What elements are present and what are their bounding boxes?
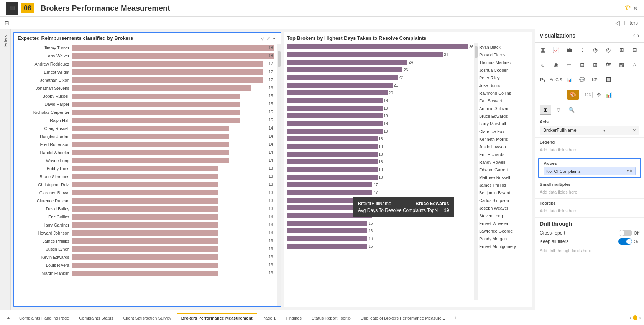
viz-panel-title: Visualizations (540, 33, 575, 39)
values-dropdown-icon[interactable]: ▾ (627, 169, 629, 174)
viz-icon-line[interactable]: 📈 (550, 45, 561, 55)
viz-sub-icons: ⊞ ▽ 🔍 (535, 102, 644, 117)
viz-icon-map[interactable]: 🗺 (603, 60, 614, 70)
viz-icon-custom[interactable]: 🔲 (603, 75, 614, 85)
viz-icon-kpi[interactable]: KPI (590, 75, 601, 85)
tab-brokers-performance[interactable]: Brokers Performance Measurement (177, 313, 257, 323)
viz-icon-pie[interactable]: ◔ (590, 45, 601, 55)
bar-row: Douglas Jordan 14 (16, 133, 274, 140)
filter-icon[interactable]: ▽ (261, 36, 264, 41)
viz-icon-donut[interactable]: ◎ (603, 45, 614, 55)
axis-dropdown-icon[interactable]: ▾ (603, 128, 605, 133)
cross-report-track[interactable] (619, 230, 632, 236)
viz-values-section: Values No. Of Complaints ▾ ✕ (538, 158, 641, 178)
viz-drill-icon[interactable]: 🔍 (566, 105, 577, 115)
tab-page1[interactable]: Page 1 (258, 313, 281, 323)
viz-icon-bar[interactable]: ▦ (537, 45, 548, 55)
tooltip-row-1: BrokerFullName Bruce Edwards (358, 201, 449, 206)
viz-panel-header: Visualizations ‹ › (535, 29, 644, 43)
viz-icon-multi[interactable]: ⊟ (577, 60, 588, 70)
viz-fields-icon[interactable]: ⊞ (540, 105, 551, 115)
hbar-row: 31 (287, 51, 478, 58)
hbar-row: 22 (287, 74, 478, 81)
tab-client-satisfaction[interactable]: Client Satisfaction Survey (118, 313, 176, 323)
keep-filters-track[interactable] (618, 238, 632, 245)
bar-row: Eric Collins 13 (16, 213, 274, 221)
viz-icon-chat[interactable]: 💬 (577, 75, 588, 85)
viz-icon-scatter[interactable]: ⁚ (577, 45, 588, 55)
viz-icon-shape[interactable]: △ (629, 60, 640, 70)
viz-axis-section: Axis BrokerFullName ▾ ✕ (535, 117, 644, 138)
drill-through-title: Drill through (540, 221, 639, 227)
bar-row: Jonathan Dixon 17 (16, 76, 274, 84)
tab-arrow[interactable]: ▲ (3, 313, 14, 323)
bar-row: David Harper 15 (16, 100, 274, 108)
tab-add-icon[interactable]: + (452, 312, 460, 323)
viz-icon-matrix[interactable]: ⊟ (629, 45, 640, 55)
back-icon[interactable]: ◁ (615, 19, 620, 26)
tab-complaints-handling[interactable]: Complaints Handling Page (15, 313, 74, 323)
tab-findings[interactable]: Findings (281, 313, 306, 323)
viz-icon-excel[interactable]: 📊 (564, 75, 575, 85)
drill-through-section: Drill through Cross-report Off Keep all … (535, 217, 644, 258)
small-multiples-placeholder: Add data fields here (540, 188, 639, 196)
viz-icon-table[interactable]: ⊞ (590, 60, 601, 70)
page-nav-next[interactable]: › (639, 315, 641, 321)
values-remove-icon[interactable]: ✕ (629, 169, 633, 174)
hbar-name: Kenneth Morris (479, 135, 529, 143)
viz-analytics-icon[interactable]: 📊 (605, 92, 612, 98)
hbar-row: 20 (287, 89, 478, 96)
bar-row: Nicholas Carpenter 15 (16, 108, 274, 116)
page-number: 06 (21, 3, 34, 13)
filter-side-icon[interactable]: Filters (623, 20, 639, 26)
viz-icon-gauge[interactable]: ◉ (550, 60, 561, 70)
filters-sidebar: Filters (0, 29, 11, 310)
tooltips-placeholder: Add data fields here (540, 207, 639, 215)
more-icon[interactable]: ··· (273, 35, 277, 41)
page-header: ⬛ 06 Brokers Performance Measurement 𝓟 ✕ (0, 0, 644, 17)
top-toolbar: ⊞ ◁ Filters (0, 17, 644, 29)
right-chart-content: 36 31 24 23 22 21 20 19 19 19 (287, 43, 529, 300)
right-chart-panel: Top Brokers by Highest Days Taken to Res… (284, 32, 532, 307)
viz-filter-icon[interactable]: ▽ (553, 105, 564, 115)
expand-icon[interactable]: ⤢ (266, 36, 270, 41)
viz-icon-filled[interactable]: ▩ (616, 60, 627, 70)
values-field-tag[interactable]: No. Of Complaints ▾ ✕ (544, 167, 636, 175)
viz-next-icon[interactable]: › (637, 32, 639, 39)
viz-icon-qr[interactable]: ArcGIS (550, 75, 561, 85)
viz-icon-funnel[interactable]: ⌽ (537, 60, 548, 70)
cross-report-toggle[interactable]: Off (619, 230, 639, 236)
hbar-row: 18 (287, 151, 478, 158)
bar-row: Ernest Wright 17 (16, 68, 274, 76)
hbar-row: 19 (287, 112, 478, 119)
grid-icon[interactable]: ⊞ (5, 20, 9, 26)
tab-status-report[interactable]: Status Report Tooltip (307, 313, 355, 323)
viz-icon-r[interactable]: Py (537, 75, 548, 85)
keep-filters-row: Keep all filters On (540, 238, 639, 245)
hbar-row: 18 (287, 166, 478, 173)
axis-field-box[interactable]: BrokerFullName ▾ ✕ (540, 126, 639, 135)
axis-label: Axis (540, 120, 639, 124)
tab-complaints-status[interactable]: Complaints Status (74, 313, 118, 323)
bar-row: Craig Russell 14 (16, 125, 274, 132)
hbar-name: Antonio Sullivan (479, 105, 529, 112)
tab-duplicate[interactable]: Duplicate of Brokers Performance Measure… (356, 313, 450, 323)
values-label: Values (544, 161, 636, 166)
viz-format-icon[interactable]: ⚙ (596, 92, 601, 98)
viz-icon-card[interactable]: ▭ (564, 60, 575, 70)
hbar-row: 16 (287, 235, 478, 242)
page-nav-prev[interactable]: ‹ (630, 315, 632, 321)
hbar-name: Matthew Russell (479, 174, 529, 181)
hbar-name: Earl Stewart (479, 97, 529, 105)
header-actions: 𝓟 ✕ (624, 3, 638, 13)
viz-color-icon[interactable]: 🎨 (567, 90, 579, 100)
close-icon[interactable]: ✕ (633, 5, 638, 12)
keep-filters-toggle[interactable]: On (618, 238, 639, 245)
viz-icon-area[interactable]: 🏔 (564, 45, 575, 55)
hbar-row: 23 (287, 66, 478, 73)
axis-remove-icon[interactable]: ✕ (632, 128, 636, 133)
viz-prev-icon[interactable]: ‹ (633, 32, 635, 39)
viz-icon-treemap[interactable]: ⊞ (616, 45, 627, 55)
left-chart-icons: ▽ ⤢ ··· (261, 35, 277, 41)
left-chart-header: Expected Reimbursements classified by Br… (16, 35, 278, 41)
